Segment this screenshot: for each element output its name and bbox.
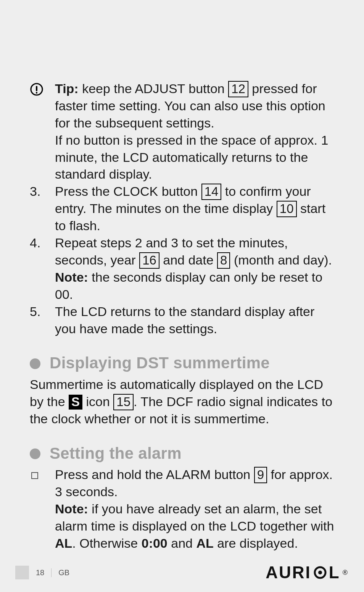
step4-p3: (month and day). (230, 253, 332, 267)
step4-p2: and date (159, 253, 217, 267)
keycap-10: 10 (277, 201, 297, 217)
keycap-12: 12 (228, 81, 248, 97)
bullet-disc-icon (30, 448, 40, 459)
document-content: Tip: keep the ADJUST button 12 pressed f… (0, 0, 364, 552)
alarm-zero: 0:00 (142, 536, 168, 550)
alarm-note-label: Note: (55, 502, 88, 516)
tip-block: Tip: keep the ADJUST button 12 pressed f… (30, 80, 334, 183)
tip-part3: If no button is pressed in the space of … (55, 132, 334, 183)
tip-text: Tip: keep the ADJUST button 12 pressed f… (55, 80, 334, 183)
step-5-number: 5. (30, 303, 55, 320)
alarm-title: Setting the alarm (50, 443, 182, 464)
svg-point-2 (36, 92, 37, 94)
page-number: 18 (36, 568, 44, 577)
step-4-number: 4. (30, 234, 55, 252)
dst-p2: icon (82, 394, 113, 409)
keycap-16: 16 (139, 252, 159, 269)
alarm-al1: AL (55, 536, 72, 550)
s-icon: S (69, 395, 82, 410)
step-3-text: Press the CLOCK button 14 to confirm you… (55, 183, 334, 234)
svg-point-4 (318, 571, 322, 574)
section-dst: Displaying DST summertime Summertime is … (30, 352, 334, 427)
dst-title: Displaying DST summertime (50, 352, 270, 373)
keycap-8: 8 (217, 252, 230, 269)
step-5-text: The LCD returns to the standard display … (55, 303, 334, 337)
alarm-n1: if you have already set an alarm, the se… (55, 502, 334, 533)
brand-part2: L (329, 563, 340, 582)
section-alarm: Setting the alarm Press and hold the ALA… (30, 443, 334, 552)
step-4-text: Repeat steps 2 and 3 to set the minutes,… (55, 234, 334, 303)
alarm-step: Press and hold the ALARM button 9 for ap… (30, 466, 334, 552)
page-footer: 18 GB AURI L® (0, 563, 364, 582)
tip-part1: keep the ADJUST button (79, 81, 229, 96)
brand-logo: AURI L® (266, 563, 349, 582)
alarm-al2: AL (196, 536, 213, 550)
step-3: 3. Press the CLOCK button 14 to confirm … (30, 183, 334, 234)
region-code: GB (51, 568, 69, 577)
brand-part1: AURI (266, 563, 311, 582)
info-icon (30, 80, 55, 96)
step4-note-label: Note: (55, 270, 88, 284)
tip-label: Tip: (55, 81, 79, 96)
section-dst-head: Displaying DST summertime (30, 352, 334, 373)
alarm-n2: . Otherwise (72, 536, 141, 550)
footer-left: 18 GB (15, 566, 69, 579)
keycap-14: 14 (201, 184, 222, 200)
keycap-9: 9 (254, 467, 267, 483)
step4-note-text: the seconds display can only be reset to… (55, 270, 322, 302)
brand-target-icon (314, 566, 327, 579)
alarm-n4: are displayed. (214, 536, 298, 550)
step3-p1: Press the CLOCK button (55, 184, 201, 198)
alarm-n3: and (168, 536, 196, 550)
keycap-15: 15 (113, 394, 134, 410)
section-alarm-head: Setting the alarm (30, 443, 334, 464)
checkbox-icon (30, 466, 55, 483)
step-5: 5. The LCD returns to the standard displ… (30, 303, 334, 337)
alarm-body: Press and hold the ALARM button 9 for ap… (55, 466, 334, 552)
footer-box-icon (15, 566, 29, 579)
registered-mark: ® (343, 569, 349, 577)
dst-body: Summertime is automatically displayed on… (30, 376, 334, 427)
bullet-disc-icon (30, 358, 40, 369)
step-3-number: 3. (30, 183, 55, 200)
alarm-p1: Press and hold the ALARM button (55, 467, 254, 482)
step-4: 4. Repeat steps 2 and 3 to set the minut… (30, 234, 334, 303)
